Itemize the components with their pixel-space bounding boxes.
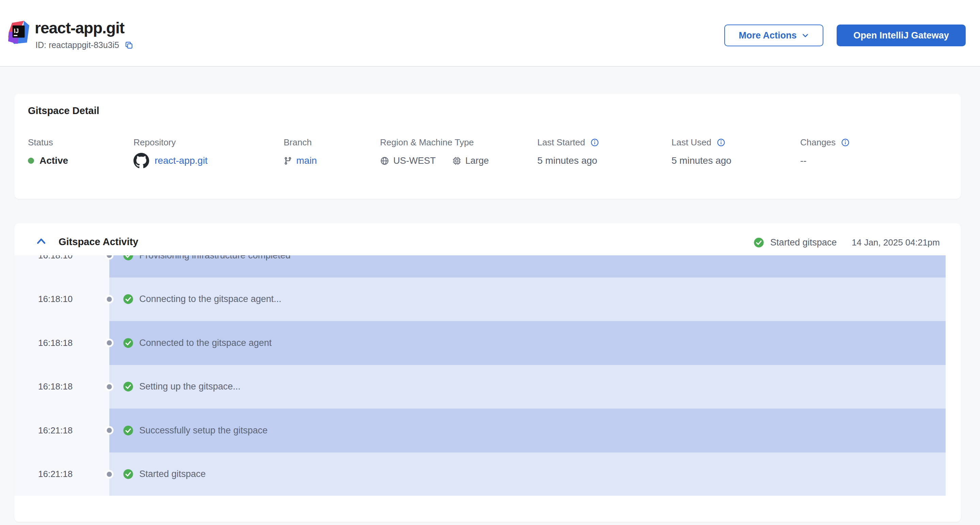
log-row: 16:18:10 Provisioning infrastructure com… <box>14 255 946 277</box>
log-row: 16:18:10 Connecting to the gitspace agen… <box>14 277 946 321</box>
log-row: 16:18:18 Setting up the gitspace... <box>14 365 946 409</box>
intellij-logo: IJ <box>8 21 29 44</box>
gitspace-id: ID: reactappgit-83u3i5 <box>35 40 119 50</box>
log-message: Started gitspace <box>139 469 206 479</box>
info-icon[interactable] <box>717 138 725 147</box>
log-time: 16:18:18 <box>14 338 109 348</box>
log-message: Provisioning infrastructure completed <box>139 255 290 261</box>
open-gateway-button[interactable]: Open IntelliJ Gateway <box>837 24 966 46</box>
success-check-icon <box>123 381 134 392</box>
success-check-icon <box>754 237 764 248</box>
log-time: 16:18:10 <box>14 255 109 261</box>
last-started-label: Last Started <box>537 137 585 148</box>
repository-link[interactable]: react-app.git <box>154 155 208 166</box>
success-check-icon <box>123 425 134 436</box>
latest-activity-status: Started gitspace <box>770 237 837 248</box>
log-time: 16:21:18 <box>14 425 109 436</box>
status-label: Status <box>28 137 53 148</box>
success-check-icon <box>123 469 134 479</box>
field-changes: Changes -- <box>800 137 850 148</box>
gitspace-activity-card: Gitspace Activity Started gitspace 14 Ja… <box>14 223 961 522</box>
timeline-dot-icon <box>107 428 112 433</box>
field-last-used: Last Used 5 minutes ago <box>671 137 725 148</box>
region-machine-label: Region & Machine Type <box>380 137 474 148</box>
log-message: Setting up the gitspace... <box>139 381 240 392</box>
log-message: Connected to the gitspace agent <box>139 338 272 348</box>
success-check-icon <box>123 338 134 348</box>
success-check-icon <box>123 294 134 304</box>
github-icon <box>134 153 149 169</box>
chevron-down-icon <box>802 32 809 39</box>
log-message: Connecting to the gitspace agent... <box>139 294 281 304</box>
log-row: 16:21:18 Successfully setup the gitspace <box>14 409 946 452</box>
log-time: 16:18:18 <box>14 381 109 392</box>
changes-label: Changes <box>800 137 835 148</box>
timeline-dot-icon <box>107 340 112 345</box>
copy-id-icon[interactable] <box>125 41 134 50</box>
changes-value: -- <box>800 155 807 166</box>
activity-timestamp: 14 Jan, 2025 04:21pm <box>852 237 940 248</box>
detail-card-title: Gitspace Detail <box>28 105 99 116</box>
page-title: react-app.git <box>35 19 124 37</box>
last-used-value: 5 minutes ago <box>671 155 732 166</box>
activity-card-title: Gitspace Activity <box>59 236 138 248</box>
last-started-value: 5 minutes ago <box>537 155 597 166</box>
gitspace-detail-card: Gitspace Detail Status Active Repository… <box>14 94 961 199</box>
branch-label: Branch <box>284 137 312 148</box>
svg-text:IJ: IJ <box>14 27 19 34</box>
log-row: 16:18:18 Connected to the gitspace agent <box>14 321 946 365</box>
field-repository: Repository react-app.git <box>134 137 176 148</box>
machine-type-icon <box>452 156 461 165</box>
top-header: IJ react-app.git ID: reactappgit-83u3i5 … <box>0 0 980 67</box>
log-time: 16:18:10 <box>14 294 109 304</box>
field-branch: Branch main <box>284 137 312 148</box>
timeline-dot-icon <box>107 296 112 302</box>
region-value: US-WEST <box>393 156 436 166</box>
info-icon[interactable] <box>841 138 850 147</box>
field-status: Status Active <box>28 137 53 148</box>
branch-link[interactable]: main <box>296 155 317 166</box>
last-used-label: Last Used <box>671 137 711 148</box>
status-value: Active <box>40 155 68 166</box>
repository-label: Repository <box>134 137 176 148</box>
activity-log-list: 16:18:10 Provisioning infrastructure com… <box>14 255 946 496</box>
git-branch-icon <box>284 157 292 165</box>
machine-type-value: Large <box>466 156 489 166</box>
activity-log-viewport[interactable]: 16:18:10 Provisioning infrastructure com… <box>14 255 961 496</box>
more-actions-button[interactable]: More Actions <box>724 24 823 46</box>
globe-icon <box>380 156 389 165</box>
log-time: 16:21:18 <box>14 469 109 479</box>
collapse-chevron-up-icon[interactable] <box>36 237 46 246</box>
field-last-started: Last Started 5 minutes ago <box>537 137 599 148</box>
more-actions-label: More Actions <box>738 30 797 41</box>
timeline-dot-icon <box>107 471 112 477</box>
success-check-icon <box>123 255 134 261</box>
log-message: Successfully setup the gitspace <box>139 425 268 436</box>
info-icon[interactable] <box>590 138 599 147</box>
log-row: 16:21:18 Started gitspace <box>14 452 946 496</box>
status-dot-icon <box>28 158 34 164</box>
field-region-machine: Region & Machine Type US-WEST <box>380 137 474 148</box>
timeline-dot-icon <box>107 384 112 389</box>
